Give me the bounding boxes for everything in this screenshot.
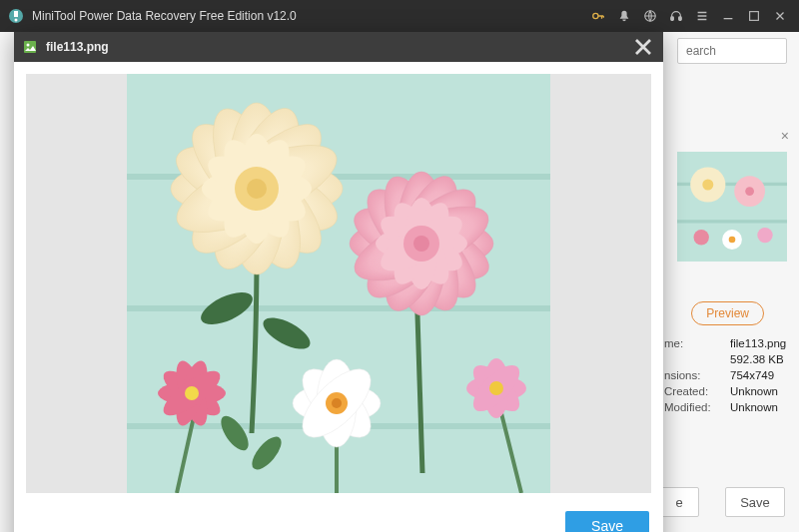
modal-body: [14, 62, 663, 505]
svg-point-17: [694, 230, 709, 245]
info-modified-val: Unknown: [730, 401, 778, 413]
preview-image: [127, 74, 550, 493]
svg-point-44: [247, 179, 267, 199]
preview-modal: file113.png: [14, 32, 663, 532]
modal-close-icon[interactable]: [629, 32, 657, 62]
save-button[interactable]: Save: [565, 511, 649, 532]
svg-point-60: [413, 236, 429, 252]
svg-point-14: [745, 187, 754, 196]
minimize-icon[interactable]: [715, 0, 741, 32]
info-dims-key: nsions:: [664, 369, 724, 381]
modal-file-icon: [22, 39, 38, 55]
panel-close-icon[interactable]: ×: [781, 128, 789, 144]
info-size-val: 592.38 KB: [730, 353, 784, 365]
svg-point-20: [27, 44, 30, 47]
svg-rect-7: [750, 12, 759, 21]
svg-point-3: [593, 13, 598, 18]
bg-save-button[interactable]: Save: [725, 487, 785, 517]
info-created-val: Unknown: [730, 385, 778, 397]
preview-thumbnail[interactable]: [677, 152, 787, 262]
modal-title: file113.png: [46, 40, 109, 54]
key-icon[interactable]: [585, 0, 611, 32]
svg-rect-5: [671, 17, 674, 21]
bell-icon[interactable]: [611, 0, 637, 32]
bg-extra-button[interactable]: e: [659, 487, 699, 517]
preview-button[interactable]: Preview: [691, 301, 764, 325]
svg-rect-1: [14, 11, 18, 17]
svg-point-18: [757, 228, 772, 243]
image-frame: [26, 74, 651, 493]
app-titlebar: MiniTool Power Data Recovery Free Editio…: [0, 0, 799, 32]
headset-icon[interactable]: [663, 0, 689, 32]
svg-point-66: [185, 386, 199, 400]
info-dims-val: 754x749: [730, 369, 774, 381]
svg-rect-6: [679, 17, 682, 21]
modal-footer: Save: [14, 505, 663, 532]
info-modified-key: Modified:: [664, 401, 724, 413]
svg-rect-19: [24, 41, 36, 53]
app-title: MiniTool Power Data Recovery Free Editio…: [32, 9, 297, 23]
svg-point-16: [729, 237, 736, 244]
app-body: × Preview me:file113.png 592.38 KB nsion…: [0, 32, 799, 532]
info-name-val: file113.png: [730, 337, 786, 349]
app-logo-icon: [8, 8, 24, 24]
file-info: me:file113.png 592.38 KB nsions:754x749 …: [664, 333, 787, 417]
svg-rect-10: [677, 220, 787, 223]
info-created-key: Created:: [664, 385, 724, 397]
menu-icon[interactable]: [689, 0, 715, 32]
svg-point-2: [15, 19, 18, 22]
svg-point-77: [489, 381, 503, 395]
maximize-icon[interactable]: [741, 0, 767, 32]
info-name-key: me:: [664, 337, 724, 349]
globe-icon[interactable]: [637, 0, 663, 32]
modal-titlebar[interactable]: file113.png: [14, 32, 663, 62]
svg-point-12: [702, 180, 713, 191]
svg-rect-23: [127, 305, 550, 311]
search-input[interactable]: [677, 38, 787, 64]
close-icon[interactable]: [767, 0, 793, 32]
info-size-key: [664, 353, 724, 365]
svg-point-72: [332, 398, 342, 408]
